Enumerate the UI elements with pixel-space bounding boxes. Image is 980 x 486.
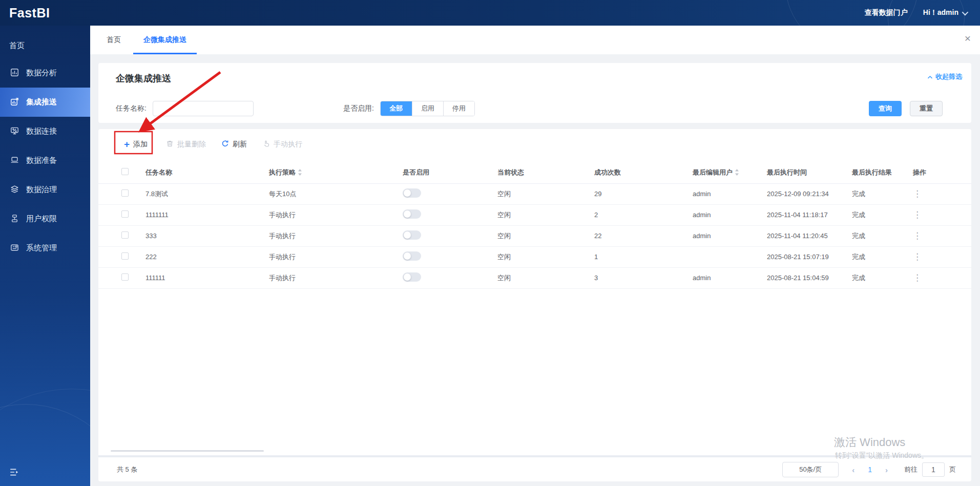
goto-page-input[interactable]: [922, 462, 945, 477]
plus-icon: +: [124, 139, 130, 149]
sidebar-item-data-analysis[interactable]: 数据分析: [0, 58, 90, 88]
sidebar-item-integration-push[interactable]: 集成推送: [0, 88, 90, 117]
cell-success-count: 3: [588, 267, 686, 288]
cell-last-editor: admin: [686, 183, 761, 204]
column-header: 当前状态: [491, 162, 588, 183]
sidebar: 首页 数据分析 集成推送 数据连接 数据准备 数据治理 用户权限 系统管理: [0, 26, 90, 486]
page-size-select[interactable]: 50条/页: [782, 462, 839, 477]
monitor-percent-icon: [10, 126, 19, 137]
row-checkbox[interactable]: [121, 210, 129, 218]
sort-icon[interactable]: [735, 169, 739, 177]
cell-last-editor: admin: [686, 267, 761, 288]
total-count: 共 5 条: [117, 465, 137, 474]
enable-option-all[interactable]: 全部: [381, 101, 412, 116]
row-checkbox[interactable]: [121, 252, 129, 260]
enable-toggle[interactable]: [403, 230, 421, 240]
sidebar-item-user-permissions[interactable]: 用户权限: [0, 204, 90, 234]
column-header: 操作: [907, 162, 971, 183]
chevron-up-icon: [927, 73, 933, 81]
task-list-panel: + 添加 批量删除 刷新 手动执行 任务名称执行策略是否启用当前状态成功次数最: [98, 129, 971, 481]
close-icon[interactable]: ×: [965, 33, 971, 44]
horizontal-scrollbar-thumb[interactable]: [111, 450, 264, 452]
cell-last-result: 完成: [846, 267, 907, 288]
cell-status: 空闲: [491, 246, 588, 267]
refresh-button[interactable]: 刷新: [221, 137, 247, 152]
select-all-checkbox[interactable]: [121, 168, 129, 175]
cell-task-name: 333: [139, 225, 263, 246]
cell-status: 空闲: [491, 267, 588, 288]
row-actions-menu-icon[interactable]: ⋮: [913, 189, 922, 199]
task-name-label: 任务名称:: [116, 104, 147, 113]
sidebar-collapse-button[interactable]: [9, 468, 19, 479]
table-footer: 共 5 条 50条/页 ‹ 1 › 前往 页: [98, 458, 971, 481]
column-header: 最后执行时间: [761, 162, 846, 183]
table-body: 7.8测试 每天10点 空闲 29 admin 2025-12-09 09:21…: [98, 183, 971, 288]
tab-bar: 首页 企微集成推送 ×: [90, 26, 980, 54]
cell-last-result: 完成: [846, 225, 907, 246]
search-button[interactable]: 查询: [869, 101, 902, 116]
tab-wecom-integration-push[interactable]: 企微集成推送: [132, 26, 198, 54]
sidebar-item-system-management[interactable]: 系统管理: [0, 234, 90, 263]
cell-last-run-time: 2025-08-21 15:07:19: [761, 246, 846, 267]
table-row: 7.8测试 每天10点 空闲 29 admin 2025-12-09 09:21…: [98, 183, 971, 204]
enable-toggle[interactable]: [403, 188, 421, 198]
hand-click-icon: [262, 140, 270, 149]
cell-last-run-time: 2025-08-21 15:04:59: [761, 267, 846, 288]
table-row: 1111111 手动执行 空闲 2 admin 2025-11-04 11:18…: [98, 204, 971, 225]
column-header: 是否启用: [397, 162, 491, 183]
sidebar-item-data-governance[interactable]: 数据治理: [0, 175, 90, 204]
enable-option-off[interactable]: 停用: [443, 101, 474, 116]
cell-task-name: 7.8测试: [139, 183, 263, 204]
cell-last-result: 完成: [846, 183, 907, 204]
cell-last-editor: admin: [686, 225, 761, 246]
table-toolbar: + 添加 批量删除 刷新 手动执行: [121, 137, 971, 152]
laptop-icon: [10, 156, 19, 166]
current-page[interactable]: 1: [868, 466, 872, 474]
column-header[interactable]: 最后编辑用户: [686, 162, 761, 183]
cell-status: 空闲: [491, 204, 588, 225]
row-checkbox[interactable]: [121, 231, 129, 239]
enable-option-on[interactable]: 启用: [412, 101, 443, 116]
manual-run-button[interactable]: 手动执行: [262, 137, 302, 152]
enable-toggle[interactable]: [403, 209, 421, 219]
cell-last-result: 完成: [846, 246, 907, 267]
enable-toggle[interactable]: [403, 272, 421, 282]
cell-status: 空闲: [491, 183, 588, 204]
main-content: 企微集成推送 收起筛选 任务名称: 是否启用: 全部 启用 停用 查询 重置 +…: [90, 54, 980, 486]
tab-home[interactable]: 首页: [95, 26, 132, 54]
column-header: 最后执行结果: [846, 162, 907, 183]
prev-page-icon[interactable]: ‹: [852, 466, 854, 474]
next-page-icon[interactable]: ›: [885, 466, 888, 474]
cell-last-run-time: 2025-11-04 11:18:17: [761, 204, 846, 225]
sidebar-item-data-preparation[interactable]: 数据准备: [0, 146, 90, 175]
column-header[interactable]: 执行策略: [263, 162, 397, 183]
row-checkbox[interactable]: [121, 189, 129, 197]
batch-delete-button[interactable]: 批量删除: [166, 137, 206, 152]
table-row: 333 手动执行 空闲 22 admin 2025-11-04 11:20:45…: [98, 225, 971, 246]
sidebar-item-home[interactable]: 首页: [0, 33, 90, 58]
cell-strategy: 每天10点: [263, 183, 397, 204]
row-actions-menu-icon[interactable]: ⋮: [913, 252, 922, 262]
cell-strategy: 手动执行: [263, 267, 397, 288]
chart-push-icon: [10, 97, 19, 108]
cell-strategy: 手动执行: [263, 204, 397, 225]
task-name-input[interactable]: [153, 101, 254, 116]
reset-button[interactable]: 重置: [910, 101, 943, 116]
app-logo: FastBI: [9, 6, 50, 20]
task-table: 任务名称执行策略是否启用当前状态成功次数最后编辑用户最后执行时间最后执行结果操作…: [98, 162, 971, 289]
row-actions-menu-icon[interactable]: ⋮: [913, 210, 922, 220]
collapse-filter-link[interactable]: 收起筛选: [927, 72, 962, 81]
trash-icon: [166, 140, 174, 149]
chart-analysis-icon: [10, 68, 19, 78]
row-actions-menu-icon[interactable]: ⋮: [913, 273, 922, 283]
sidebar-item-data-connection[interactable]: 数据连接: [0, 117, 90, 146]
horizontal-scrollbar: [98, 450, 971, 458]
sort-icon[interactable]: [298, 169, 302, 177]
cell-task-name: 222: [139, 246, 263, 267]
row-actions-menu-icon[interactable]: ⋮: [913, 231, 922, 241]
cell-task-name: 1111111: [139, 204, 263, 225]
row-checkbox[interactable]: [121, 273, 129, 281]
add-button[interactable]: + 添加: [121, 137, 151, 152]
enable-toggle[interactable]: [403, 251, 421, 261]
column-header: 任务名称: [139, 162, 263, 183]
